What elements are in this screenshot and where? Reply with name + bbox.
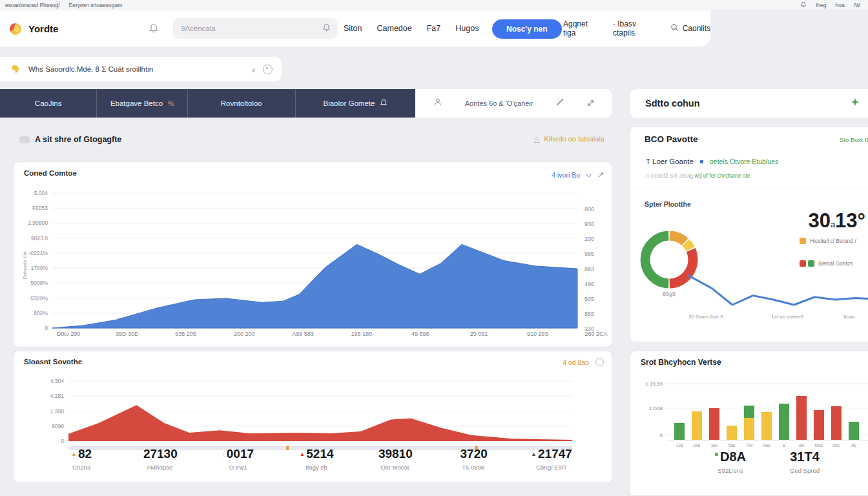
bar [814, 410, 824, 440]
user-icon[interactable] [433, 98, 442, 109]
kpi-value: 0017 [227, 447, 254, 460]
legend-label: Bemal Gontcs [818, 260, 852, 267]
brand-name[interactable]: Yordte [28, 23, 58, 34]
expand-icon[interactable] [587, 98, 594, 109]
y-axis-tick: 5008% [31, 280, 48, 286]
temperature-value: 30a13° [784, 209, 865, 232]
breakdown-bar-chart[interactable]: 1 19.591 D08013a2ne3av5aeTAvAaeBulkMwsNo… [630, 351, 868, 496]
header-bell-icon[interactable] [149, 23, 159, 36]
tab-3[interactable]: Rovntoltoloo [187, 89, 295, 118]
kpi-stat[interactable]: ▲21747 Cang/ E9iT [529, 447, 574, 471]
bar [849, 422, 859, 440]
breakdown-value: 31T4 [790, 450, 820, 464]
x-axis-tick: 260 2CA [584, 331, 607, 337]
counter-selector-bar[interactable]: Whs Saoordlc.Mdé. 8 Σ Cuát sroillhtin ‹ [0, 57, 282, 81]
breakdown-value: D8A [720, 450, 746, 464]
kpi-label: Cang/ E9iT [529, 464, 574, 471]
tab-bell-icon [380, 99, 388, 108]
nav-item-4[interactable]: Hugos [455, 24, 479, 33]
y-axis-tick: 802% [34, 310, 48, 316]
kpi-stat[interactable]: 39810 Oar Mocot [372, 447, 417, 471]
edit-icon[interactable] [555, 98, 564, 109]
nav-right-item-2[interactable]: · Ibasv ctapils [613, 19, 657, 37]
x-axis-tick: 200 200 [234, 331, 255, 337]
y-axis-tick: 9098 [52, 423, 64, 429]
kpi-stat[interactable]: 27130 AM/Iopae [137, 447, 182, 471]
top-link-1[interactable]: esoanloraced Plresog/ [5, 2, 60, 8]
collapse-chevron-icon[interactable]: ‹ [252, 65, 255, 74]
y-axis-tick: 4.281 [50, 393, 65, 399]
y-axis-tick: -5320% [29, 295, 48, 302]
nav-right-item-1[interactable]: Agqnet tiga [563, 19, 600, 37]
nav-item-3[interactable]: Fa7 [427, 24, 441, 33]
tab-1[interactable]: CaoJins [0, 89, 96, 118]
eco-sparkle-icon[interactable] [851, 98, 860, 109]
section-warning[interactable]: △ Kihedo oo tatsalaia [533, 135, 604, 143]
kpi-stat[interactable]: ▲5214 Itagy eb [294, 447, 339, 471]
kpi-marker-icon: ▲ [531, 451, 537, 457]
bar [761, 412, 772, 440]
top-right-link-1[interactable]: Iheg [816, 2, 827, 8]
search-box[interactable] [173, 18, 337, 39]
donut-segment [686, 243, 690, 249]
x-axis-tick: 635 205 [175, 331, 196, 337]
toolbar-label[interactable]: Aontes 6o & 'O'çaneir [465, 99, 533, 107]
kpi-stat[interactable]: ↑0017 O Irw1 [216, 447, 261, 471]
y-axis-tick: 1 19.59 [645, 381, 663, 387]
blue-dot-icon [700, 160, 703, 163]
y2-axis-tick: 995 [584, 251, 594, 257]
breakdown-stat-1[interactable]: D8A S92L'ens [692, 450, 769, 474]
kpi-stat[interactable]: ▲82 C0203 [59, 447, 104, 471]
legend-item-1: Hicsiteil cl Bsrend / [800, 238, 856, 244]
tabs-toolbar: Aontes 6o & 'O'çaneir [415, 89, 612, 118]
kpi-stats-row: ▲82 C0203 27130 AM/Iopae ↑0017 O Irw1 ▲5… [59, 447, 574, 471]
tab-4[interactable]: Biaolor Gomete [295, 89, 415, 118]
primary-action-button[interactable]: Nosc'y nen [492, 19, 562, 39]
search-icon [670, 23, 679, 34]
top-right-link-3[interactable]: IW [854, 2, 860, 8]
y-axis-tick: 0 [660, 433, 663, 439]
eco-card-title: BCO Pavotte [645, 134, 698, 144]
section-title: A sit shre of Gtogagfte [35, 135, 121, 144]
traffic-area-chart[interactable]: 5.004F00532,908009023.0-0221%1700%5008%-… [14, 162, 613, 348]
top-strip: esoanloraced Plresog/ Eeryesn srtoaesoga… [0, 0, 868, 10]
y-axis-tick: 2,90800 [28, 220, 48, 226]
legend-swatch [800, 260, 806, 267]
top-right-link-2[interactable]: hoa [835, 2, 844, 8]
y-axis-tick: -0221% [29, 250, 48, 256]
x-axis-tick: 2ne [694, 443, 701, 448]
eco-report-card: BCO Pavotte Sto Boxt IDeeb T Loer Goante… [630, 126, 868, 342]
tab-2[interactable]: Ebatgave Betco % [96, 89, 187, 118]
search-input[interactable] [180, 24, 322, 33]
eco-card-link[interactable]: Sto Boxt IDeeb [840, 136, 868, 143]
y2-axis-tick: 893 [584, 266, 594, 273]
x-axis-tick: TAv [746, 443, 754, 448]
eco-x-label: 30 0bars 6oo 9 [688, 314, 723, 320]
bar-segment [744, 406, 754, 418]
y-axis-tick: 1700% [31, 265, 48, 271]
x-axis-tick: A99 583 [292, 331, 314, 337]
kpi-stat[interactable]: 3720 T5 0898 [451, 447, 496, 471]
search-bell-icon[interactable] [322, 23, 331, 34]
breakdown-stat-2[interactable]: 31T4 Ged Spred [766, 450, 843, 474]
header-search-link[interactable]: Caonlits [670, 23, 710, 34]
kpi-marker-icon: ▲ [71, 451, 77, 457]
x-axis-tick: Ab [851, 443, 856, 448]
x-axis-tick: Mws [814, 443, 823, 448]
brand-logo-icon[interactable] [6, 21, 23, 40]
x-axis-tick: ulk [799, 443, 805, 448]
nav-item-1[interactable]: Siton [344, 24, 362, 33]
area-series [52, 244, 577, 328]
main-chart-card: Coned Comtoe 4 ivori Bo 5.004F00532,9080… [13, 161, 612, 347]
kpi-value: 27130 [143, 447, 178, 460]
x-axis-tick: B [783, 443, 785, 448]
eco-green-link[interactable]: oetels Otvore Etublues [710, 158, 778, 165]
kpi-value: 3720 [460, 447, 488, 460]
kpi-label: AM/Iopae [137, 464, 182, 471]
top-link-2[interactable]: Eeryesn srtoaesogam [69, 2, 123, 8]
target-icon[interactable] [263, 65, 273, 74]
kpi-label: T5 0898 [451, 464, 496, 471]
nav-item-2[interactable]: Camedoe [377, 24, 412, 33]
kpi-marker-icon: ↑ [222, 451, 225, 457]
notification-bell-icon[interactable] [800, 1, 807, 9]
